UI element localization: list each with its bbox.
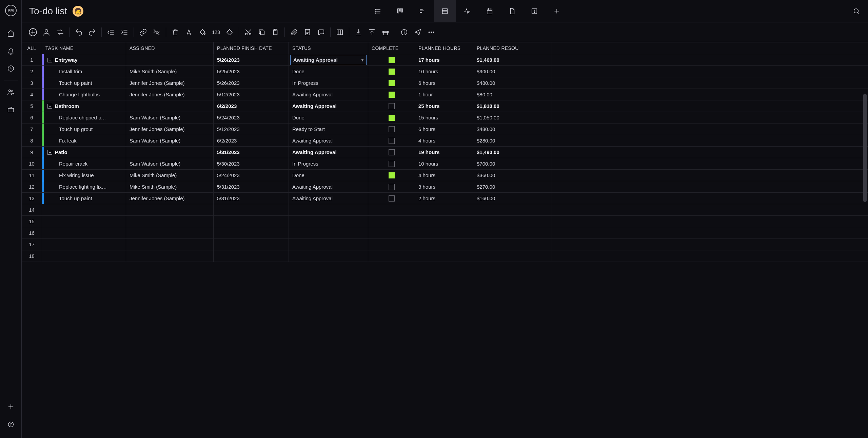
assigned-cell[interactable]: Mike Smith (Sample) [126, 170, 214, 181]
task-name-cell[interactable]: −Bathroom [42, 100, 126, 112]
indent-button[interactable] [119, 27, 130, 37]
col-assigned[interactable]: ASSIGNED [126, 42, 214, 54]
planned-finish-cell[interactable]: 6/2/2023 [214, 100, 289, 112]
planned-resource-cell[interactable]: $160.00 [473, 193, 552, 204]
assigned-cell[interactable]: Jennifer Jones (Sample) [126, 193, 214, 204]
complete-checkbox[interactable] [389, 195, 395, 202]
planned-resource-cell[interactable]: $80.00 [473, 89, 552, 100]
assigned-cell[interactable] [126, 227, 214, 239]
status-cell[interactable]: In Progress [289, 77, 368, 89]
assigned-cell[interactable] [126, 216, 214, 227]
table-row[interactable]: 13Touch up paintJennifer Jones (Sample)5… [22, 193, 868, 204]
planned-hours-cell[interactable]: 25 hours [415, 100, 473, 112]
view-board-icon[interactable] [389, 0, 411, 22]
status-cell[interactable]: Awaiting Approval [289, 181, 368, 192]
assigned-cell[interactable] [126, 250, 214, 262]
table-row[interactable]: 18 [22, 250, 868, 262]
planned-finish-cell[interactable]: 5/31/2023 [214, 181, 289, 192]
col-all[interactable]: ALL [22, 42, 42, 54]
planned-finish-cell[interactable]: 5/24/2023 [214, 112, 289, 123]
planned-resource-cell[interactable]: $1,810.00 [473, 100, 552, 112]
planned-hours-cell[interactable]: 6 hours [415, 77, 473, 89]
planned-resource-cell[interactable]: $270.00 [473, 181, 552, 192]
planned-finish-cell[interactable]: 6/2/2023 [214, 135, 289, 146]
planned-finish-cell[interactable]: 5/26/2023 [214, 77, 289, 89]
planned-finish-cell[interactable]: 5/12/2023 [214, 123, 289, 135]
planned-finish-cell[interactable] [214, 250, 289, 262]
planned-resource-cell[interactable]: $480.00 [473, 77, 552, 89]
planned-hours-cell[interactable]: 4 hours [415, 170, 473, 181]
complete-cell[interactable] [368, 181, 415, 192]
col-status[interactable]: STATUS [289, 42, 368, 54]
tag-button[interactable] [224, 27, 235, 37]
complete-checkbox[interactable] [389, 184, 395, 190]
complete-cell[interactable] [368, 123, 415, 135]
view-risk-icon[interactable] [523, 0, 546, 22]
status-cell[interactable]: Done [289, 66, 368, 77]
home-icon[interactable] [5, 28, 16, 39]
planned-resource-cell[interactable]: $1,460.00 [473, 54, 552, 65]
planned-resource-cell[interactable]: $1,490.00 [473, 147, 552, 158]
paste-button[interactable] [270, 27, 280, 37]
status-cell[interactable]: Awaiting Approval [289, 193, 368, 204]
table-row[interactable]: 17 [22, 239, 868, 250]
assigned-cell[interactable] [126, 100, 214, 112]
comment-button[interactable] [316, 27, 326, 37]
assigned-cell[interactable] [126, 54, 214, 65]
task-name-cell[interactable]: Touch up paint [42, 77, 126, 89]
complete-cell[interactable] [368, 54, 415, 65]
status-cell[interactable]: In Progress [289, 158, 368, 169]
planned-hours-cell[interactable]: 3 hours [415, 181, 473, 192]
task-name-cell[interactable] [42, 227, 126, 239]
status-cell[interactable] [289, 250, 368, 262]
complete-cell[interactable] [368, 193, 415, 204]
collapse-icon[interactable]: − [47, 104, 52, 109]
task-name-cell[interactable]: −Entryway [42, 54, 126, 65]
assigned-cell[interactable] [126, 239, 214, 250]
planned-finish-cell[interactable]: 5/31/2023 [214, 193, 289, 204]
table-row[interactable]: 3Touch up paintJennifer Jones (Sample)5/… [22, 77, 868, 89]
status-cell[interactable]: Ready to Start [289, 123, 368, 135]
delete-button[interactable] [170, 27, 180, 37]
assigned-cell[interactable]: Sam Watson (Sample) [126, 135, 214, 146]
number-format-button[interactable]: 123 [211, 27, 221, 37]
planned-hours-cell[interactable]: 6 hours [415, 123, 473, 135]
planned-resource-cell[interactable]: $900.00 [473, 66, 552, 77]
link-button[interactable] [138, 27, 148, 37]
complete-checkbox[interactable] [389, 92, 395, 98]
attach-button[interactable] [289, 27, 299, 37]
complete-checkbox[interactable] [389, 69, 395, 75]
complete-cell[interactable] [368, 216, 415, 227]
assigned-cell[interactable]: Sam Watson (Sample) [126, 158, 214, 169]
complete-cell[interactable] [368, 158, 415, 169]
view-calendar-icon[interactable] [478, 0, 501, 22]
complete-checkbox[interactable] [389, 149, 395, 155]
view-file-icon[interactable] [501, 0, 523, 22]
print-button[interactable] [380, 27, 391, 37]
planned-resource-cell[interactable] [473, 216, 552, 227]
view-sheet-icon[interactable] [434, 0, 456, 22]
app-logo[interactable]: PM [5, 5, 17, 16]
complete-cell[interactable] [368, 250, 415, 262]
col-complete[interactable]: COMPLETE [368, 42, 415, 54]
fill-color-button[interactable] [197, 27, 208, 37]
planned-finish-cell[interactable]: 5/24/2023 [214, 170, 289, 181]
task-name-cell[interactable]: Fix wiring issue [42, 170, 126, 181]
assigned-cell[interactable]: Jennifer Jones (Sample) [126, 89, 214, 100]
table-row[interactable]: 7Touch up groutJennifer Jones (Sample)5/… [22, 123, 868, 135]
task-name-cell[interactable] [42, 239, 126, 250]
task-name-cell[interactable]: Replace lighting fix… [42, 181, 126, 192]
add-project-icon[interactable] [5, 401, 16, 412]
cut-button[interactable] [243, 27, 253, 37]
complete-checkbox[interactable] [389, 115, 395, 121]
task-name-cell[interactable]: Install trim [42, 66, 126, 77]
export-button[interactable] [367, 27, 377, 37]
recent-icon[interactable] [5, 63, 16, 74]
status-cell[interactable] [289, 204, 368, 215]
planned-resource-cell[interactable] [473, 250, 552, 262]
planned-finish-cell[interactable] [214, 227, 289, 239]
task-name-cell[interactable] [42, 250, 126, 262]
complete-cell[interactable] [368, 170, 415, 181]
task-name-cell[interactable]: Replace chipped ti… [42, 112, 126, 123]
recur-button[interactable] [55, 27, 65, 37]
